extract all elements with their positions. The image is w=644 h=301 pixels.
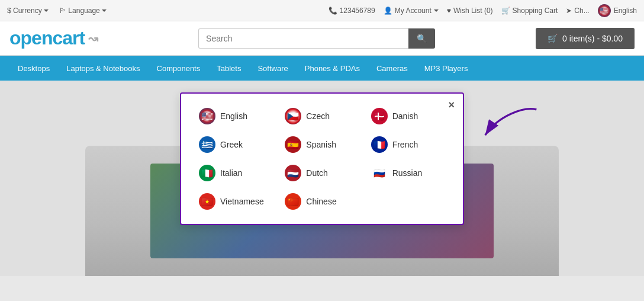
nav-mp3[interactable]: MP3 Players bbox=[416, 58, 476, 79]
arrow-icon: ➤ bbox=[566, 7, 572, 15]
language-label: Language bbox=[68, 7, 99, 15]
language-item-russian[interactable]: 🇷🇺Russian bbox=[368, 162, 449, 184]
search-icon: 🔍 bbox=[417, 34, 427, 43]
language-name-french: French bbox=[392, 140, 418, 149]
language-dropdown[interactable]: 🏳 Language bbox=[59, 7, 106, 15]
flag-czech-icon: 🇨🇿 bbox=[285, 108, 301, 124]
language-name-czech: Czech bbox=[306, 111, 330, 121]
flag-chinese-icon: 🇨🇳 bbox=[285, 193, 301, 210]
language-name-italian: Italian bbox=[220, 168, 242, 178]
language-item-greek[interactable]: 🇬🇷Greek bbox=[195, 134, 276, 155]
language-name-dutch: Dutch bbox=[306, 168, 328, 178]
modal-close-button[interactable]: × bbox=[448, 100, 455, 110]
search-button[interactable]: 🔍 bbox=[408, 28, 435, 49]
nav-cameras[interactable]: Cameras bbox=[368, 58, 416, 79]
language-item-spanish[interactable]: 🇪🇸Spanish bbox=[281, 134, 362, 155]
nav-phones[interactable]: Phones & PDAs bbox=[297, 58, 368, 79]
nav-tablets[interactable]: Tablets bbox=[208, 58, 249, 79]
language-name-greek: Greek bbox=[220, 140, 243, 149]
currency-dropdown[interactable]: $ Currency bbox=[7, 7, 49, 15]
language-item-vietnamese[interactable]: 🇻🇳Vietnamese bbox=[195, 191, 276, 212]
cart-icon-btn: 🛒 bbox=[548, 34, 558, 43]
flag-spanish-icon: 🇪🇸 bbox=[285, 136, 301, 153]
flag-french-icon: 🇫🇷 bbox=[371, 136, 388, 153]
user-icon: 👤 bbox=[384, 7, 392, 15]
nav-software[interactable]: Software bbox=[249, 58, 296, 79]
checkout-link[interactable]: ➤ Ch... bbox=[566, 7, 589, 15]
language-item-english[interactable]: 🇺🇸English bbox=[195, 105, 276, 127]
logo[interactable]: opencart ↝ bbox=[9, 27, 98, 49]
wish-list-link[interactable]: ♥ Wish List (0) bbox=[447, 7, 493, 15]
language-name-russian: Russian bbox=[392, 168, 423, 178]
nav-desktops[interactable]: Desktops bbox=[9, 58, 58, 79]
top-bar-left: $ Currency 🏳 Language bbox=[7, 7, 107, 15]
language-item-french[interactable]: 🇫🇷French bbox=[368, 134, 449, 155]
flag-danish-icon: 🇩🇰 bbox=[371, 108, 388, 124]
english-lang-display[interactable]: 🇺🇸 English bbox=[598, 4, 637, 17]
flag-greek-icon: 🇬🇷 bbox=[199, 136, 215, 153]
english-flag-icon: 🇺🇸 bbox=[598, 4, 611, 17]
flag-vietnamese-icon: 🇻🇳 bbox=[199, 193, 215, 210]
top-bar: $ Currency 🏳 Language 📞 123456789 👤 My A… bbox=[0, 0, 644, 21]
language-item-chinese[interactable]: 🇨🇳Chinese bbox=[281, 191, 362, 212]
arrow-annotation bbox=[478, 103, 543, 142]
flag-italian-icon: 🇮🇹 bbox=[199, 165, 215, 181]
language-name-english: English bbox=[220, 111, 247, 121]
language-name-vietnamese: Vietnamese bbox=[220, 197, 264, 206]
search-input[interactable] bbox=[198, 28, 408, 49]
nav-components[interactable]: Components bbox=[149, 58, 209, 79]
language-item-danish[interactable]: 🇩🇰Danish bbox=[368, 105, 449, 127]
flag-icon: 🏳 bbox=[59, 7, 66, 15]
language-grid: 🇺🇸English🇨🇿Czech🇩🇰Danish🇬🇷Greek🇪🇸Spanish… bbox=[195, 105, 449, 212]
logo-icon: ↝ bbox=[88, 31, 98, 46]
search-bar: 🔍 bbox=[198, 28, 435, 49]
language-caret-icon bbox=[102, 9, 107, 12]
flag-dutch-icon: 🇳🇱 bbox=[285, 165, 301, 181]
heart-icon: ♥ bbox=[447, 7, 451, 15]
header: opencart ↝ 🔍 🛒 0 item(s) - $0.00 bbox=[0, 21, 644, 56]
cart-icon: 🛒 bbox=[501, 7, 510, 15]
shopping-cart-link[interactable]: 🛒 Shopping Cart bbox=[501, 7, 558, 15]
currency-caret-icon bbox=[44, 9, 49, 12]
flag-russian-icon: 🇷🇺 bbox=[371, 165, 388, 181]
language-item-dutch[interactable]: 🇳🇱Dutch bbox=[281, 162, 362, 184]
flag-english-icon: 🇺🇸 bbox=[199, 108, 215, 124]
logo-text: opencart bbox=[9, 27, 85, 49]
language-modal: × 🇺🇸English🇨🇿Czech🇩🇰Danish🇬🇷Greek🇪🇸Spani… bbox=[180, 92, 464, 225]
language-item-czech[interactable]: 🇨🇿Czech bbox=[281, 105, 362, 127]
language-item-italian[interactable]: 🇮🇹Italian bbox=[195, 162, 276, 184]
currency-label: $ Currency bbox=[7, 7, 42, 15]
top-bar-right: 📞 123456789 👤 My Account ♥ Wish List (0)… bbox=[329, 4, 637, 17]
cart-button[interactable]: 🛒 0 item(s) - $0.00 bbox=[536, 28, 635, 49]
language-name-spanish: Spanish bbox=[306, 140, 336, 149]
phone-number: 📞 123456789 bbox=[329, 7, 375, 15]
nav-laptops[interactable]: Laptops & Notebooks bbox=[58, 58, 148, 79]
language-name-danish: Danish bbox=[392, 111, 418, 121]
main-content: × 🇺🇸English🇨🇿Czech🇩🇰Danish🇬🇷Greek🇪🇸Spani… bbox=[0, 81, 644, 276]
account-caret-icon bbox=[434, 9, 439, 12]
phone-icon: 📞 bbox=[329, 7, 337, 15]
language-name-chinese: Chinese bbox=[306, 197, 336, 206]
nav-bar: Desktops Laptops & Notebooks Components … bbox=[0, 56, 644, 81]
my-account-dropdown[interactable]: 👤 My Account bbox=[384, 7, 439, 15]
